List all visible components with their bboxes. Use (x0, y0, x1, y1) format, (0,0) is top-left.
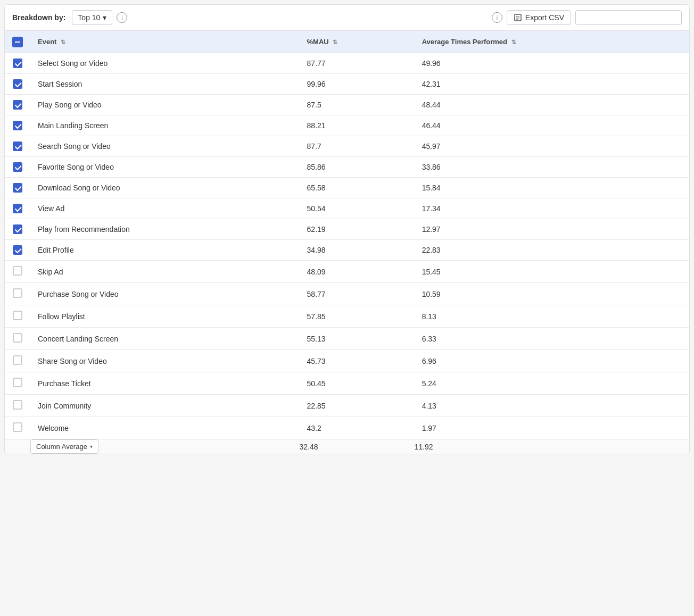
row-checkbox[interactable] (13, 288, 22, 298)
row-checkbox[interactable] (13, 422, 22, 432)
row-checkbox-cell[interactable] (5, 198, 30, 219)
export-label: Export CSV (525, 13, 564, 22)
row-checkbox[interactable] (13, 121, 22, 130)
row-avg: 4.13 (415, 395, 689, 417)
table-row: Purchase Song or Video58.7710.59 (5, 283, 689, 305)
row-checkbox[interactable] (13, 59, 22, 68)
sort-icon-avg: ⇅ (511, 39, 516, 46)
row-mau: 87.77 (300, 53, 415, 74)
row-checkbox-cell[interactable] (5, 328, 30, 350)
footer-checkbox-cell (5, 439, 30, 454)
breakdown-label: Breakdown by: (12, 13, 65, 22)
export-csv-button[interactable]: Export CSV (507, 10, 571, 25)
row-avg: 46.44 (415, 115, 689, 136)
row-avg: 17.34 (415, 198, 689, 219)
chevron-down-icon: ▾ (103, 13, 106, 22)
row-checkbox-cell[interactable] (5, 136, 30, 157)
row-avg: 33.86 (415, 157, 689, 178)
row-mau: 55.13 (300, 328, 415, 350)
footer-col-avg-cell[interactable]: Column Average ▾ (30, 439, 300, 454)
row-mau: 22.85 (300, 395, 415, 417)
row-event: Favorite Song or Video (30, 157, 300, 178)
row-checkbox-cell[interactable] (5, 305, 30, 328)
table-row: Play Song or Video87.548.44 (5, 95, 689, 115)
search-box[interactable] (575, 10, 682, 25)
main-container: Breakdown by: Top 10 ▾ i i Export CSV (4, 4, 690, 454)
row-event: View Ad (30, 198, 300, 219)
row-avg: 15.45 (415, 261, 689, 283)
row-checkbox-cell[interactable] (5, 95, 30, 115)
row-event: Main Landing Screen (30, 115, 300, 136)
header-checkbox-cell[interactable] (5, 31, 30, 53)
row-checkbox[interactable] (13, 79, 22, 89)
header-mau[interactable]: %MAU ⇅ (300, 31, 415, 53)
col-avg-dropdown[interactable]: Column Average ▾ (30, 439, 98, 454)
table-row: Main Landing Screen88.2146.44 (5, 115, 689, 136)
row-checkbox[interactable] (13, 311, 22, 320)
row-checkbox-cell[interactable] (5, 53, 30, 74)
row-event: Skip Ad (30, 261, 300, 283)
row-checkbox-cell[interactable] (5, 115, 30, 136)
row-event: Join Community (30, 395, 300, 417)
table-row: Select Song or Video87.7749.96 (5, 53, 689, 74)
row-checkbox[interactable] (13, 355, 22, 365)
row-avg: 8.13 (415, 305, 689, 328)
row-checkbox[interactable] (13, 162, 22, 172)
top10-label: Top 10 (78, 13, 100, 22)
row-checkbox-cell[interactable] (5, 178, 30, 198)
row-checkbox[interactable] (13, 378, 22, 387)
table-row: Search Song or Video87.745.97 (5, 136, 689, 157)
row-avg: 6.33 (415, 328, 689, 350)
row-checkbox-cell[interactable] (5, 350, 30, 372)
row-checkbox-cell[interactable] (5, 219, 30, 240)
row-checkbox[interactable] (13, 333, 22, 343)
row-checkbox[interactable] (13, 400, 22, 410)
row-event: Welcome (30, 417, 300, 439)
row-checkbox[interactable] (13, 245, 22, 255)
row-avg: 10.59 (415, 283, 689, 305)
row-checkbox[interactable] (13, 224, 22, 234)
row-checkbox[interactable] (13, 141, 22, 151)
row-avg: 49.96 (415, 53, 689, 74)
export-icon (514, 13, 522, 22)
row-mau: 57.85 (300, 305, 415, 328)
row-mau: 87.7 (300, 136, 415, 157)
table-row: Edit Profile34.9822.83 (5, 240, 689, 261)
row-avg: 15.84 (415, 178, 689, 198)
row-mau: 50.54 (300, 198, 415, 219)
row-checkbox-cell[interactable] (5, 372, 30, 395)
row-checkbox-cell[interactable] (5, 74, 30, 95)
row-mau: 50.45 (300, 372, 415, 395)
sort-icon-event: ⇅ (61, 39, 65, 46)
row-checkbox[interactable] (13, 100, 22, 110)
row-checkbox-cell[interactable] (5, 283, 30, 305)
row-mau: 45.73 (300, 350, 415, 372)
table-row: Follow Playlist57.858.13 (5, 305, 689, 328)
row-checkbox-cell[interactable] (5, 157, 30, 178)
row-checkbox[interactable] (13, 183, 22, 193)
row-event: Edit Profile (30, 240, 300, 261)
row-avg: 1.97 (415, 417, 689, 439)
row-checkbox-cell[interactable] (5, 395, 30, 417)
info-icon-right[interactable]: i (492, 12, 502, 23)
row-event: Share Song or Video (30, 350, 300, 372)
row-checkbox-cell[interactable] (5, 261, 30, 283)
row-mau: 48.09 (300, 261, 415, 283)
footer-row: Column Average ▾ 32.48 11.92 (5, 439, 689, 454)
info-icon-left[interactable]: i (117, 12, 127, 23)
header-event[interactable]: Event ⇅ (30, 31, 300, 53)
table-header-row: Event ⇅ %MAU ⇅ Average Times Performed ⇅ (5, 31, 689, 53)
search-input[interactable] (584, 13, 678, 22)
table-row: Skip Ad48.0915.45 (5, 261, 689, 283)
row-checkbox-cell[interactable] (5, 417, 30, 439)
row-checkbox-cell[interactable] (5, 240, 30, 261)
row-event: Search Song or Video (30, 136, 300, 157)
top10-dropdown[interactable]: Top 10 ▾ (72, 10, 112, 25)
table-footer: Column Average ▾ 32.48 11.92 (5, 439, 689, 454)
row-mau: 43.2 (300, 417, 415, 439)
row-checkbox[interactable] (13, 266, 22, 276)
row-checkbox[interactable] (13, 204, 22, 213)
row-mau: 58.77 (300, 283, 415, 305)
header-avg-times[interactable]: Average Times Performed ⇅ (415, 31, 689, 53)
header-checkbox[interactable] (12, 37, 23, 47)
